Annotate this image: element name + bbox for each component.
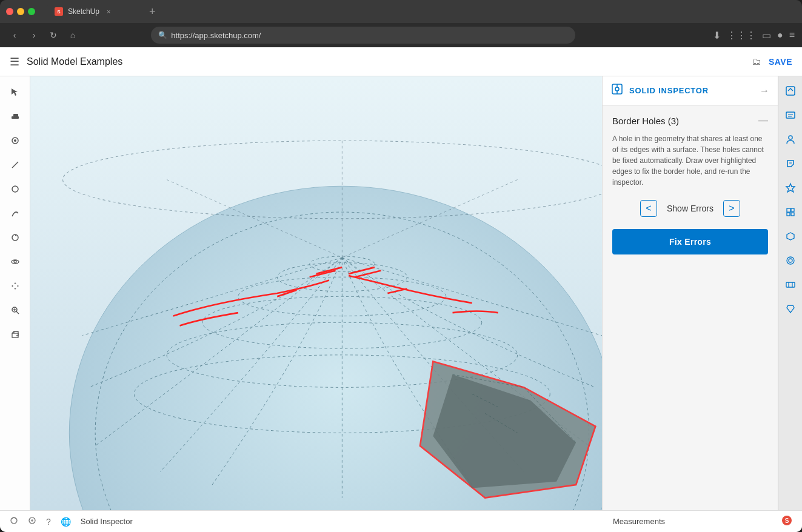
- tab-bar: S SketchUp × +: [47, 2, 796, 21]
- right-panel-icon-4[interactable]: [781, 154, 800, 173]
- split-view-icon[interactable]: ▭: [762, 30, 771, 41]
- svg-rect-45: [786, 112, 795, 118]
- svg-point-48: [789, 136, 792, 139]
- search-icon: 🔍: [158, 31, 167, 39]
- far-right-icon-bar: [778, 76, 802, 510]
- url-text: https://app.sketchup.com/: [171, 31, 261, 40]
- svg-line-4: [12, 162, 18, 168]
- svg-rect-50: [787, 208, 790, 212]
- back-button[interactable]: ‹: [7, 28, 22, 42]
- svg-point-41: [615, 87, 619, 91]
- svg-line-10: [16, 311, 19, 314]
- description-text: A hole in the geometry that shares at le…: [612, 133, 768, 188]
- maximize-window-button[interactable]: [28, 8, 35, 15]
- traffic-lights: [6, 8, 35, 15]
- svg-rect-56: [786, 282, 795, 287]
- profile-icon[interactable]: ●: [777, 30, 783, 41]
- save-button[interactable]: SAVE: [769, 57, 792, 67]
- browser-frame: S SketchUp × + ‹ › ↻ ⌂ 🔍 https://app.ske…: [0, 0, 802, 532]
- right-panel-icon-10[interactable]: [781, 299, 800, 319]
- help-icon[interactable]: ?: [46, 517, 51, 527]
- app-content: ☰ Solid Model Examples 🗂 SAVE: [0, 47, 802, 532]
- panel-title: SOLID INSPECTOR: [629, 86, 754, 95]
- right-panel-icon-7[interactable]: [781, 227, 800, 246]
- right-panel-icon-1[interactable]: [781, 81, 800, 101]
- section-collapse-button[interactable]: —: [758, 115, 768, 126]
- fix-errors-button[interactable]: Fix Errors: [612, 229, 768, 254]
- tab-label: SketchUp: [68, 7, 99, 16]
- zoom-tool[interactable]: [4, 299, 26, 321]
- pencil-tool[interactable]: [4, 154, 26, 176]
- browser-titlebar: S SketchUp × +: [0, 0, 802, 23]
- new-tab-button[interactable]: +: [149, 5, 156, 18]
- bookmarks-icon[interactable]: ⋮⋮⋮: [727, 30, 756, 41]
- next-error-button[interactable]: >: [723, 200, 740, 217]
- right-panel-icon-8[interactable]: [781, 251, 800, 270]
- svg-text:S: S: [785, 517, 789, 524]
- svg-point-8: [14, 261, 16, 263]
- forward-button[interactable]: ›: [27, 28, 41, 42]
- refresh-button[interactable]: ↻: [46, 28, 61, 42]
- close-window-button[interactable]: [6, 8, 13, 15]
- circle-tool[interactable]: [4, 178, 26, 200]
- svg-point-55: [789, 259, 792, 262]
- active-tab[interactable]: S SketchUp ×: [47, 2, 144, 21]
- svg-point-59: [11, 517, 17, 524]
- toolbar-right: ⬇ ⋮⋮⋮ ▭ ● ≡: [713, 30, 795, 41]
- folder-icon[interactable]: 🗂: [752, 56, 761, 67]
- panel-header-icon: [611, 83, 623, 98]
- right-panel-icon-5[interactable]: [781, 178, 800, 198]
- right-panel-icon-6[interactable]: [781, 202, 800, 222]
- panel-header: SOLID INSPECTOR →: [603, 76, 778, 105]
- arc-tool[interactable]: [4, 202, 26, 224]
- svg-rect-51: [791, 208, 794, 211]
- bottom-toolbar-icon2[interactable]: [28, 516, 36, 527]
- paint-tool[interactable]: [4, 130, 26, 151]
- svg-point-54: [787, 257, 794, 264]
- prev-error-button[interactable]: <: [640, 200, 657, 217]
- right-panel-icon-9[interactable]: [781, 275, 800, 294]
- section-header: Border Holes (3) —: [612, 115, 768, 126]
- eraser-tool[interactable]: [4, 105, 26, 127]
- globe-icon[interactable]: 🌐: [61, 517, 71, 527]
- tab-close-button[interactable]: ×: [107, 8, 110, 15]
- svg-point-3: [14, 139, 16, 142]
- bottom-bar: ? 🌐 Solid Inspector Measurements S: [0, 510, 802, 532]
- minimize-window-button[interactable]: [17, 8, 24, 15]
- move-tool[interactable]: [4, 275, 26, 297]
- bottom-toolbar-icon1[interactable]: [10, 516, 18, 527]
- right-panel-icon-3[interactable]: [781, 130, 800, 149]
- panel-content: Border Holes (3) — A hole in the geometr…: [603, 105, 778, 510]
- left-toolbar: [0, 76, 30, 510]
- pushpull-tool[interactable]: [4, 324, 26, 345]
- solid-inspector-panel: SOLID INSPECTOR → Border Holes (3) — A h…: [602, 76, 778, 510]
- svg-rect-52: [787, 213, 790, 216]
- app-header: ☰ Solid Model Examples 🗂 SAVE: [0, 47, 802, 76]
- home-button[interactable]: ⌂: [65, 28, 80, 42]
- error-navigation: < Show Errors >: [612, 200, 768, 217]
- right-panel-icon-2[interactable]: [781, 105, 800, 125]
- sketchup-logo: S: [781, 515, 792, 528]
- app-title: Solid Model Examples: [27, 56, 744, 67]
- hamburger-menu-icon[interactable]: ☰: [10, 55, 19, 68]
- svg-point-5: [12, 186, 18, 192]
- menu-icon[interactable]: ≡: [789, 30, 795, 41]
- rotate-tool[interactable]: [4, 227, 26, 248]
- svg-rect-53: [791, 213, 794, 216]
- tab-favicon: S: [55, 7, 63, 16]
- app-body: SOLID INSPECTOR → Border Holes (3) — A h…: [0, 76, 802, 510]
- section-title: Border Holes (3): [612, 116, 679, 126]
- tool-label: Solid Inspector: [81, 517, 133, 526]
- download-icon[interactable]: ⬇: [713, 30, 721, 41]
- address-bar[interactable]: 🔍 https://app.sketchup.com/: [151, 27, 575, 44]
- orbit-tool[interactable]: [4, 251, 26, 273]
- select-tool[interactable]: [4, 81, 26, 103]
- svg-rect-0: [12, 116, 19, 119]
- browser-toolbar: ‹ › ↻ ⌂ 🔍 https://app.sketchup.com/ ⬇ ⋮⋮…: [0, 23, 802, 47]
- panel-collapse-arrow[interactable]: →: [760, 85, 769, 96]
- show-errors-label: Show Errors: [667, 204, 713, 213]
- viewport[interactable]: [30, 76, 602, 510]
- svg-rect-1: [13, 114, 18, 116]
- measurements-label: Measurements: [613, 517, 665, 526]
